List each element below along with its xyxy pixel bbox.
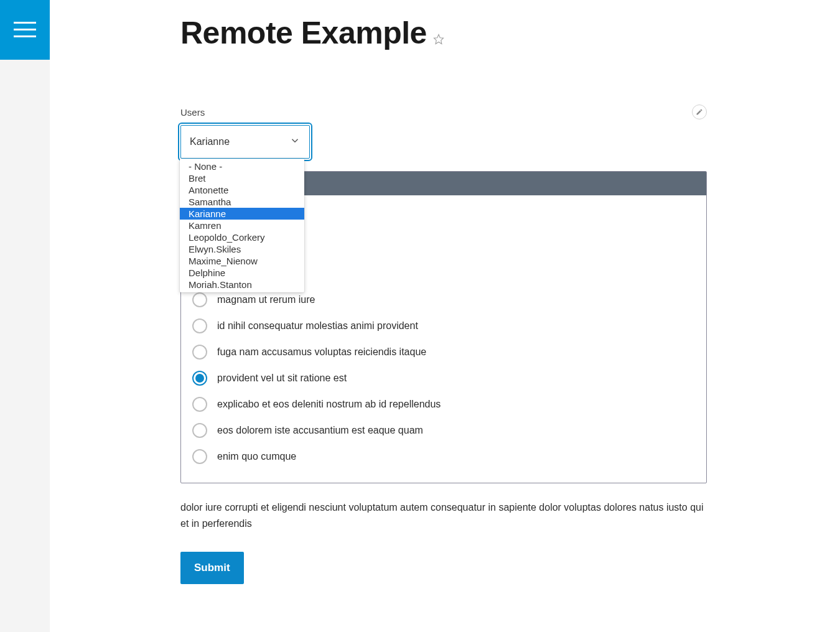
users-option[interactable]: Leopoldo_Corkery — [180, 231, 304, 243]
radio-label: eos dolorem iste accusantium est eaque q… — [217, 425, 423, 436]
radio-button[interactable] — [192, 292, 207, 307]
hamburger-icon — [14, 22, 36, 38]
users-option[interactable]: Delphine — [180, 267, 304, 279]
radio-button[interactable] — [192, 371, 207, 386]
svg-marker-0 — [434, 35, 443, 44]
radio-button[interactable] — [192, 423, 207, 438]
radio-row: magnam ut rerum iure — [192, 292, 695, 307]
users-option[interactable]: Bret — [180, 172, 304, 184]
main-content: Remote Example Users Karianne - None — [180, 15, 707, 584]
page-title: Remote Example — [180, 15, 427, 51]
chevron-down-icon — [289, 135, 301, 149]
users-option[interactable]: Moriah.Stanton — [180, 279, 304, 290]
body-text: dolor iure corrupti et eligendi nesciunt… — [180, 500, 707, 532]
radio-label: magnam ut rerum iure — [217, 294, 315, 305]
hamburger-menu-button[interactable] — [0, 0, 50, 60]
users-option[interactable]: Antonette — [180, 184, 304, 196]
radio-row: provident vel ut sit ratione est — [192, 371, 695, 386]
star-icon[interactable] — [433, 34, 444, 47]
users-dropdown[interactable]: - None -BretAntonetteSamanthaKarianneKam… — [180, 159, 304, 292]
users-option[interactable]: - None - — [180, 160, 304, 172]
users-select-value: Karianne — [190, 136, 230, 147]
users-label: Users — [180, 107, 707, 118]
users-option[interactable]: Maxime_Nienow — [180, 255, 304, 267]
edit-icon[interactable] — [692, 105, 707, 119]
radio-row: explicabo et eos deleniti nostrum ab id … — [192, 397, 695, 412]
radio-label: explicabo et eos deleniti nostrum ab id … — [217, 399, 441, 410]
radio-label: fuga nam accusamus voluptas reiciendis i… — [217, 346, 426, 358]
users-select[interactable]: Karianne — [180, 125, 310, 159]
users-option[interactable]: Samantha — [180, 196, 304, 208]
submit-button[interactable]: Submit — [180, 552, 244, 584]
radio-button[interactable] — [192, 397, 207, 412]
radio-button[interactable] — [192, 449, 207, 464]
radio-label: id nihil consequatur molestias animi pro… — [217, 320, 418, 332]
radio-button[interactable] — [192, 318, 207, 333]
radio-button[interactable] — [192, 345, 207, 360]
radio-row: eos dolorem iste accusantium est eaque q… — [192, 423, 695, 438]
users-option[interactable]: Karianne — [180, 208, 304, 220]
radio-row: enim quo cumque — [192, 449, 695, 464]
radio-label: provident vel ut sit ratione est — [217, 373, 347, 384]
radio-row: id nihil consequatur molestias animi pro… — [192, 318, 695, 333]
radio-label: enim quo cumque — [217, 451, 296, 462]
users-option[interactable]: Kamren — [180, 220, 304, 231]
radio-row: fuga nam accusamus voluptas reiciendis i… — [192, 345, 695, 360]
left-sidebar — [0, 0, 50, 632]
users-option[interactable]: Elwyn.Skiles — [180, 243, 304, 255]
